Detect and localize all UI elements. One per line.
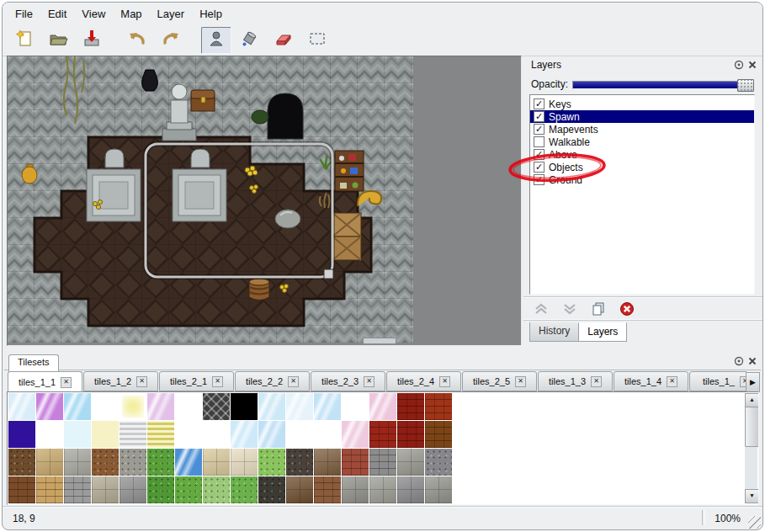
palette-tile[interactable] xyxy=(231,476,258,503)
palette-tile[interactable] xyxy=(286,421,313,448)
dock-tab-layers[interactable]: Layers xyxy=(578,322,627,342)
palette-tile[interactable] xyxy=(342,421,369,448)
menu-map[interactable]: Map xyxy=(113,4,149,24)
palette-tile[interactable] xyxy=(425,476,452,503)
palette-tile[interactable] xyxy=(8,393,35,420)
palette-tile[interactable] xyxy=(314,476,341,503)
palette-tile[interactable] xyxy=(120,449,146,476)
palette-tile[interactable] xyxy=(231,393,258,420)
tileset-tab-tiles_2_1[interactable]: tiles_2_1✕ xyxy=(159,371,234,391)
tab-close-icon[interactable]: ✕ xyxy=(364,376,375,387)
save-button[interactable] xyxy=(77,27,107,54)
menu-view[interactable]: View xyxy=(74,4,113,24)
layer-visibility-checkbox[interactable]: ✓ xyxy=(534,149,545,160)
layer-visibility-checkbox[interactable]: ✓ xyxy=(534,124,545,135)
layer-row-mapevents[interactable]: ✓Mapevents xyxy=(530,123,754,136)
tilesets-panel-title[interactable]: Tilesets xyxy=(8,354,59,373)
palette-tile[interactable] xyxy=(92,449,119,476)
palette-tile[interactable] xyxy=(314,421,341,448)
close-icon[interactable] xyxy=(746,355,757,366)
move-layer-up-button[interactable] xyxy=(532,301,550,317)
map-viewport[interactable] xyxy=(7,56,522,346)
palette-tile[interactable] xyxy=(397,476,424,503)
palette-tile[interactable] xyxy=(8,476,35,503)
palette-tile[interactable] xyxy=(175,421,202,448)
palette-tile[interactable] xyxy=(120,421,146,448)
dock-tab-history[interactable]: History xyxy=(529,322,579,342)
palette-tile[interactable] xyxy=(64,421,91,448)
resize-grip[interactable] xyxy=(748,516,761,529)
tab-close-icon[interactable]: ✕ xyxy=(591,376,602,387)
palette-tile[interactable] xyxy=(369,476,396,503)
tab-close-icon[interactable]: ✕ xyxy=(288,376,299,387)
palette-tile[interactable] xyxy=(147,421,174,448)
palette-tile[interactable] xyxy=(120,393,146,420)
delete-layer-button[interactable] xyxy=(618,301,636,317)
layer-visibility-checkbox[interactable]: ✓ xyxy=(534,111,545,122)
palette-tile[interactable] xyxy=(369,393,396,420)
tab-close-icon[interactable]: ✕ xyxy=(212,376,223,387)
palette-tile[interactable] xyxy=(147,393,174,420)
palette-tile[interactable] xyxy=(92,393,119,420)
palette-tile[interactable] xyxy=(369,421,396,448)
palette-tile[interactable] xyxy=(8,449,35,476)
palette-tile[interactable] xyxy=(120,476,146,503)
select-tool-button[interactable] xyxy=(302,27,332,54)
palette-tile[interactable] xyxy=(425,449,452,476)
tileset-tab-tiles_2_3[interactable]: tiles_2_3✕ xyxy=(311,371,385,391)
tab-close-icon[interactable]: ✕ xyxy=(136,376,147,387)
palette-tile[interactable] xyxy=(258,449,285,476)
eraser-tool-button[interactable] xyxy=(268,27,299,54)
tab-close-icon[interactable]: ✕ xyxy=(61,377,72,388)
palette-tile[interactable] xyxy=(64,393,91,420)
layer-visibility-checkbox[interactable]: ✓ xyxy=(534,162,545,173)
menu-file[interactable]: File xyxy=(8,4,40,24)
palette-tile[interactable] xyxy=(258,393,285,420)
palette-tile[interactable] xyxy=(64,449,91,476)
layer-row-ground[interactable]: ✓Ground xyxy=(530,173,754,186)
layer-row-walkable[interactable]: Walkable xyxy=(530,136,754,148)
palette-tile[interactable] xyxy=(397,421,424,448)
opacity-slider[interactable] xyxy=(572,81,754,89)
palette-tile[interactable] xyxy=(203,393,230,420)
palette-tile[interactable] xyxy=(425,421,452,448)
stamp-tool-button[interactable] xyxy=(201,27,231,54)
palette-tile[interactable] xyxy=(203,476,230,503)
palette-tile[interactable] xyxy=(203,449,230,476)
palette-tile[interactable] xyxy=(342,476,369,503)
palette-tile[interactable] xyxy=(397,393,424,420)
palette-tile[interactable] xyxy=(147,476,174,503)
new-file-button[interactable] xyxy=(9,27,40,54)
map-canvas[interactable] xyxy=(8,56,413,343)
tileset-tab-tiles_1_1[interactable]: tiles_1_1✕ xyxy=(8,371,82,391)
palette-tile[interactable] xyxy=(397,449,424,476)
menu-layer[interactable]: Layer xyxy=(150,4,193,24)
palette-tile[interactable] xyxy=(147,449,174,476)
tab-close-icon[interactable]: ✕ xyxy=(515,376,526,387)
tileset-tab-tiles_2_4[interactable]: tiles_2_4✕ xyxy=(386,371,461,391)
rollup-icon[interactable] xyxy=(733,355,744,366)
selection-resize-handle[interactable] xyxy=(324,269,333,279)
duplicate-layer-button[interactable] xyxy=(589,301,608,317)
layer-row-keys[interactable]: ✓Keys xyxy=(530,98,754,110)
palette-tile[interactable] xyxy=(314,393,341,420)
palette-tile[interactable] xyxy=(8,421,35,448)
tileset-tab-tiles_2_2[interactable]: tiles_2_2✕ xyxy=(235,371,310,391)
tileset-tab-tiles_2_5[interactable]: tiles_2_5✕ xyxy=(462,371,537,391)
scroll-up-button[interactable]: ▲ xyxy=(745,393,759,407)
tileset-tab-tiles_1[interactable]: tiles_1_✕ xyxy=(689,371,746,391)
palette-tile[interactable] xyxy=(36,476,63,503)
undo-button[interactable] xyxy=(122,27,152,54)
menu-help[interactable]: Help xyxy=(192,4,230,24)
palette-tile[interactable] xyxy=(369,449,396,476)
palette-tile[interactable] xyxy=(231,421,258,448)
palette-tile[interactable] xyxy=(64,476,91,503)
layer-visibility-checkbox[interactable] xyxy=(534,136,545,147)
tileset-tab-tiles_1_3[interactable]: tiles_1_3✕ xyxy=(538,371,613,391)
redo-button[interactable] xyxy=(156,27,186,54)
palette-tile[interactable] xyxy=(258,421,285,448)
palette-tile[interactable] xyxy=(36,449,63,476)
scroll-down-button[interactable]: ▼ xyxy=(745,489,759,503)
palette-tile[interactable] xyxy=(342,393,369,420)
tileset-tab-tiles_1_4[interactable]: tiles_1_4✕ xyxy=(614,371,688,391)
